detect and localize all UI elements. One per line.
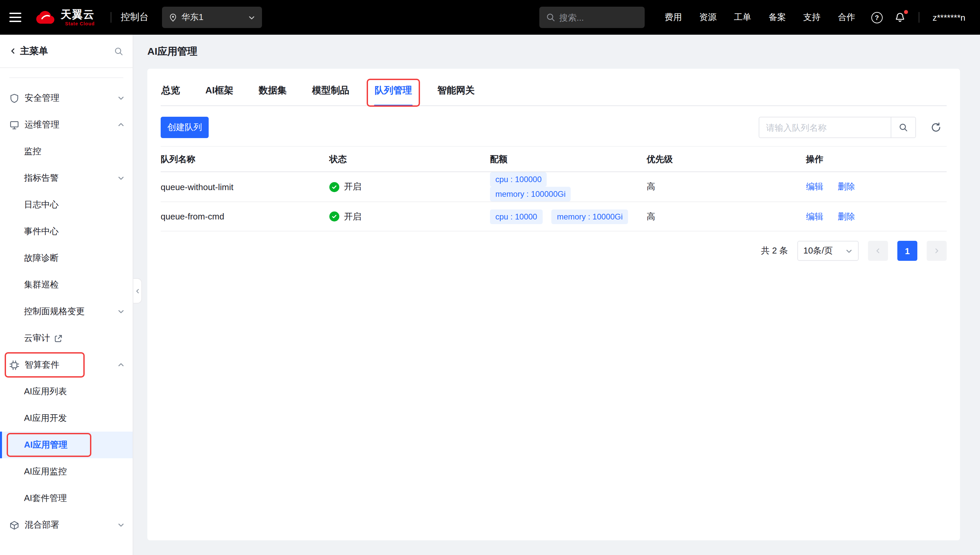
user-account[interactable]: z*******n <box>933 12 965 22</box>
sidebar: 主菜单 安全管理 运维管理 监控 指标告警 <box>0 35 133 555</box>
sidebar-item-cluster-inspection[interactable]: 集群巡检 <box>0 271 133 298</box>
console-link[interactable]: 控制台 <box>121 11 149 23</box>
table-header-row: 队列名称 状态 配额 优先级 操作 <box>161 146 946 172</box>
table-row: queue-from-cmd 开启 cpu : 10000 memo <box>161 202 946 231</box>
next-page-button[interactable] <box>927 241 946 261</box>
nav-filing[interactable]: 备案 <box>769 11 786 23</box>
chevron-down-icon <box>248 14 255 21</box>
priority-value: 高 <box>647 202 806 231</box>
nav-billing[interactable]: 费用 <box>665 11 682 23</box>
nav-resources[interactable]: 资源 <box>699 11 717 23</box>
col-queue-name: 队列名称 <box>161 146 329 172</box>
location-pin-icon <box>169 13 177 22</box>
topbar-divider <box>919 12 919 23</box>
sidebar-item-security-management[interactable]: 安全管理 <box>0 85 133 111</box>
nav-tickets[interactable]: 工单 <box>734 11 751 23</box>
sidebar-item-event-center[interactable]: 事件中心 <box>0 218 133 245</box>
sidebar-divider <box>10 77 123 78</box>
chevron-up-icon <box>117 361 125 369</box>
sidebar-item-ops-management[interactable]: 运维管理 <box>0 111 133 138</box>
tab-bar: 总览 AI框架 数据集 模型制品 队列管理 智能网关 <box>161 78 946 106</box>
notification-bell-icon[interactable] <box>895 12 905 23</box>
table-row: queue-without-limit 开启 cpu : 100000 <box>161 172 946 202</box>
toolbar: 创建队列 <box>161 117 946 138</box>
sidebar-item-ai-app-dev[interactable]: AI应用开发 <box>0 405 133 431</box>
queue-search-group <box>759 117 916 138</box>
page-title: AI应用管理 <box>147 45 960 58</box>
sidebar-item-control-plane-spec-change[interactable]: 控制面规格变更 <box>0 298 133 325</box>
chevron-down-icon <box>117 95 125 102</box>
sidebar-item-ai-app-list[interactable]: AI应用列表 <box>0 378 133 405</box>
main-content: AI应用管理 总览 AI框架 数据集 模型制品 队列管理 智能网关 创建队列 <box>133 35 980 555</box>
sidebar-item-fault-diagnosis[interactable]: 故障诊断 <box>0 245 133 271</box>
queue-search-input[interactable] <box>759 117 890 138</box>
edit-link[interactable]: 编辑 <box>806 211 823 221</box>
sidebar-item-log-center[interactable]: 日志中心 <box>0 191 133 218</box>
help-icon[interactable] <box>871 12 882 23</box>
sidebar-item-ai-suite-management[interactable]: AI套件管理 <box>0 485 133 512</box>
tab-queue-management[interactable]: 队列管理 <box>374 78 412 105</box>
quota-tag-cpu: cpu : 10000 <box>490 209 542 224</box>
chevron-down-icon <box>845 247 853 255</box>
tab-dataset[interactable]: 数据集 <box>258 78 287 105</box>
status-success-icon <box>329 182 339 192</box>
region-selector[interactable]: 华东1 <box>162 7 262 28</box>
refresh-button[interactable] <box>925 117 946 138</box>
brand-logo[interactable]: 天翼云 State Cloud <box>34 9 95 26</box>
sidebar-collapse-handle[interactable] <box>133 278 142 303</box>
tab-overview[interactable]: 总览 <box>161 78 181 105</box>
global-search[interactable] <box>539 7 645 28</box>
back-to-main-menu[interactable]: 主菜单 <box>10 45 48 57</box>
status-badge: 开启 <box>329 181 484 193</box>
notification-dot <box>904 10 908 14</box>
edit-link[interactable]: 编辑 <box>806 181 823 191</box>
external-link-icon <box>54 334 63 343</box>
topbar-nav: 费用 资源 工单 备案 支持 合作 <box>665 11 855 23</box>
chevron-down-icon <box>117 521 125 529</box>
tab-ai-framework[interactable]: AI框架 <box>205 78 234 105</box>
global-search-input[interactable] <box>560 12 638 22</box>
col-status: 状态 <box>329 146 490 172</box>
tab-model-artifacts[interactable]: 模型制品 <box>311 78 350 105</box>
queue-name: queue-from-cmd <box>161 202 329 231</box>
sidebar-search-icon[interactable] <box>114 47 123 56</box>
tab-smart-gateway[interactable]: 智能网关 <box>436 78 475 105</box>
queue-search-button[interactable] <box>890 117 916 138</box>
menu-icon[interactable] <box>10 13 21 22</box>
pagination-total: 共 2 条 <box>761 245 788 257</box>
nav-support[interactable]: 支持 <box>803 11 821 23</box>
nav-partners[interactable]: 合作 <box>838 11 855 23</box>
sidebar-header: 主菜单 <box>0 35 133 68</box>
topbar: 天翼云 State Cloud 控制台 华东1 费用 资源 工单 备案 <box>0 0 980 35</box>
chevron-up-icon <box>117 121 125 128</box>
region-label: 华东1 <box>181 11 203 23</box>
page-1-button[interactable]: 1 <box>897 241 917 261</box>
sidebar-item-ai-app-management[interactable]: AI应用管理 <box>0 431 133 458</box>
queue-table: 队列名称 状态 配额 优先级 操作 queue-without-limit <box>161 146 946 231</box>
search-icon <box>546 13 555 22</box>
sidebar-item-metric-alerts[interactable]: 指标告警 <box>0 165 133 191</box>
col-quota: 配额 <box>490 146 647 172</box>
content-card: 总览 AI框架 数据集 模型制品 队列管理 智能网关 创建队列 <box>147 69 960 541</box>
sidebar-item-ai-app-monitoring[interactable]: AI应用监控 <box>0 458 133 485</box>
cloud-logo-icon <box>34 10 56 25</box>
sidebar-item-hybrid-deployment[interactable]: 混合部署 <box>0 512 133 538</box>
col-priority: 优先级 <box>647 146 806 172</box>
page-size-value: 10条/页 <box>803 245 833 257</box>
cube-icon <box>10 520 19 530</box>
create-queue-button[interactable]: 创建队列 <box>161 117 209 138</box>
queue-name: queue-without-limit <box>161 172 329 202</box>
quota-tag-cpu: cpu : 100000 <box>490 172 547 187</box>
page-size-select[interactable]: 10条/页 <box>797 241 858 261</box>
delete-link[interactable]: 删除 <box>838 181 855 191</box>
chevron-down-icon <box>117 175 125 182</box>
sidebar-item-monitoring[interactable]: 监控 <box>0 138 133 165</box>
chip-icon <box>10 360 19 370</box>
sidebar-item-ai-compute-suite[interactable]: 智算套件 <box>0 351 133 378</box>
prev-page-button[interactable] <box>868 241 888 261</box>
monitor-icon <box>10 120 19 130</box>
topbar-divider <box>111 12 111 23</box>
sidebar-item-cloud-audit[interactable]: 云审计 <box>0 325 133 351</box>
quota-tag-memory: memory : 100000Gi <box>490 187 571 201</box>
delete-link[interactable]: 删除 <box>838 211 855 221</box>
